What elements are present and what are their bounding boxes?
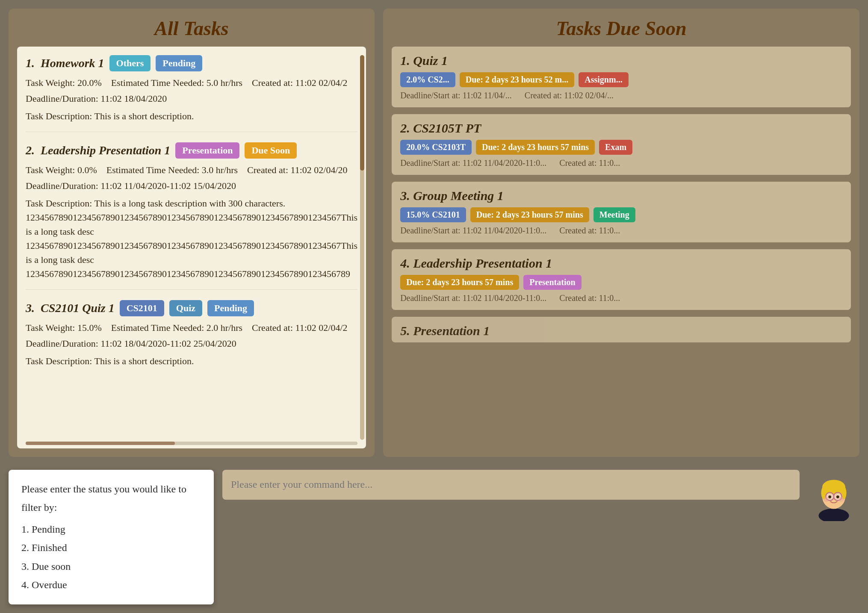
due-badge-course-3: 15.0% CS2101 (400, 207, 466, 222)
task-item-2: 2. Leadership Presentation 1 Presentatio… (26, 142, 357, 290)
all-tasks-scroll-inner[interactable]: 1. Homework 1 Others Pending Task Weight… (17, 47, 366, 448)
task-meta-2b: Deadline/Duration: 11:02 11/04/2020-11:0… (26, 179, 357, 193)
due-task-meta-3: Deadline/Start at: 11:02 11/04/2020-11:0… (400, 226, 842, 236)
due-soon-title: Tasks Due Soon (392, 17, 851, 40)
task-header-1: 1. Homework 1 Others Pending (26, 55, 357, 71)
badge-cs2101-3: CS2101 (120, 300, 164, 316)
due-task-created-3: Created at: 11:0... (559, 226, 620, 236)
due-task-badges-1: 2.0% CS2... Due: 2 days 23 hours 52 m...… (400, 72, 842, 87)
task-desc-1: Task Description: This is a short descri… (26, 109, 357, 123)
due-task-item-1: 1. Quiz 1 2.0% CS2... Due: 2 days 23 hou… (392, 47, 851, 107)
task-header-2: 2. Leadership Presentation 1 Presentatio… (26, 142, 357, 159)
task-title-3: 3. CS2101 Quiz 1 (26, 301, 115, 315)
filter-option-1[interactable]: 1. Pending (21, 520, 201, 539)
due-task-deadline-1: Deadline/Start at: 11:02 11/04/... (400, 91, 512, 100)
task-meta-3a: Task Weight: 15.0% Estimated Time Needed… (26, 321, 357, 335)
due-badge-time-4: Due: 2 days 23 hours 57 mins (400, 275, 519, 290)
due-task-badges-2: 20.0% CS2103T Due: 2 days 23 hours 57 mi… (400, 140, 842, 155)
badge-pending-3: Pending (207, 300, 254, 316)
badge-due-soon-2: Due Soon (245, 142, 297, 159)
due-task-badges-4: Due: 2 days 23 hours 57 mins Presentatio… (400, 275, 842, 290)
all-tasks-title: All Tasks (17, 17, 366, 40)
all-tasks-panel: All Tasks 1. Homework 1 Others Pending T… (9, 9, 375, 457)
due-task-title-1: 1. Quiz 1 (400, 53, 842, 68)
svg-point-14 (839, 497, 844, 502)
filter-option-2[interactable]: 2. Finished (21, 539, 201, 557)
command-input[interactable] (231, 479, 791, 490)
due-task-meta-4: Deadline/Start at: 11:02 11/04/2020-11:0… (400, 293, 842, 303)
svg-point-13 (824, 497, 829, 502)
due-task-created-1: Created at: 11:02 02/04/... (525, 91, 614, 100)
task-meta-2a: Task Weight: 0.0% Estimated Time Needed:… (26, 163, 357, 177)
task-header-3: 3. CS2101 Quiz 1 CS2101 Quiz Pending (26, 300, 357, 316)
svg-point-11 (828, 495, 831, 498)
task-desc-3: Task Description: This is a short descri… (26, 354, 357, 368)
task-title-1: 1. Homework 1 (26, 56, 104, 70)
avatar-container (808, 470, 859, 521)
due-task-title-4: 4. Leadership Presentation 1 (400, 256, 842, 271)
svg-point-0 (818, 508, 849, 521)
due-badge-time-3: Due: 2 days 23 hours 57 mins (470, 207, 589, 222)
due-soon-scroll[interactable]: 1. Quiz 1 2.0% CS2... Due: 2 days 23 hou… (392, 47, 851, 448)
task-desc-2: Task Description: This is a long task de… (26, 196, 357, 281)
due-badge-type-4: Presentation (523, 275, 581, 290)
filter-popup: Please enter the status you would like t… (9, 470, 214, 604)
task-meta-1a: Task Weight: 20.0% Estimated Time Needed… (26, 76, 357, 90)
main-container: All Tasks 1. Homework 1 Others Pending T… (0, 0, 868, 613)
due-badge-type-3: Meeting (593, 207, 635, 222)
command-area[interactable] (222, 470, 800, 500)
filter-option-4[interactable]: 4. Overdue (21, 576, 201, 594)
due-task-created-4: Created at: 11:0... (559, 293, 620, 303)
task-meta-1b: Deadline/Duration: 11:02 18/04/2020 (26, 91, 357, 106)
task-item-1: 1. Homework 1 Others Pending Task Weight… (26, 55, 357, 132)
filter-option-3[interactable]: 3. Due soon (21, 557, 201, 576)
due-task-meta-1: Deadline/Start at: 11:02 11/04/... Creat… (400, 91, 842, 100)
due-task-deadline-4: Deadline/Start at: 11:02 11/04/2020-11:0… (400, 293, 546, 303)
due-badge-time-1: Due: 2 days 23 hours 52 m... (460, 72, 575, 87)
due-badge-course-1: 2.0% CS2... (400, 72, 455, 87)
all-tasks-scroll-area[interactable]: 1. Homework 1 Others Pending Task Weight… (17, 47, 366, 448)
task-title-2: 2. Leadership Presentation 1 (26, 144, 170, 157)
due-task-badges-3: 15.0% CS2101 Due: 2 days 23 hours 57 min… (400, 207, 842, 222)
due-task-deadline-3: Deadline/Start at: 11:02 11/04/2020-11:0… (400, 226, 546, 236)
due-task-item-3: 3. Group Meeting 1 15.0% CS2101 Due: 2 d… (392, 182, 851, 242)
due-task-item-4: 4. Leadership Presentation 1 Due: 2 days… (392, 249, 851, 310)
due-task-item-2: 2. CS2105T PT 20.0% CS2103T Due: 2 days … (392, 114, 851, 175)
due-task-deadline-2: Deadline/Start at: 11:02 11/04/2020-11:0… (400, 158, 546, 168)
task-item-3: 3. CS2101 Quiz 1 CS2101 Quiz Pending Tas… (26, 300, 357, 377)
badge-quiz-3: Quiz (169, 300, 202, 316)
due-badge-type-1: Assignm... (579, 72, 628, 87)
due-soon-panel: Tasks Due Soon 1. Quiz 1 2.0% CS2... Due… (383, 9, 859, 457)
vertical-scrollbar[interactable] (360, 55, 364, 440)
top-section: All Tasks 1. Homework 1 Others Pending T… (0, 0, 868, 466)
filter-popup-prompt: Please enter the status you would like t… (21, 480, 201, 517)
svg-point-12 (836, 495, 839, 498)
due-badge-time-2: Due: 2 days 23 hours 57 mins (476, 140, 595, 155)
due-task-title-3: 3. Group Meeting 1 (400, 189, 842, 203)
due-badge-course-2: 20.0% CS2103T (400, 140, 472, 155)
due-badge-type-2: Exam (599, 140, 632, 155)
horizontal-scrollbar-thumb (26, 442, 175, 445)
badge-presentation-2: Presentation (175, 142, 239, 159)
due-task-created-2: Created at: 11:0... (559, 158, 620, 168)
horizontal-scrollbar[interactable] (26, 442, 357, 445)
badge-others-1: Others (109, 55, 151, 71)
vertical-scrollbar-thumb (360, 55, 364, 171)
badge-pending-1: Pending (156, 55, 202, 71)
due-task-title-5: 5. Presentation 1 (400, 324, 842, 338)
task-meta-3b: Deadline/Duration: 11:02 18/04/2020-11:0… (26, 336, 357, 351)
due-task-meta-2: Deadline/Start at: 11:02 11/04/2020-11:0… (400, 158, 842, 168)
avatar (810, 474, 857, 521)
bottom-section: Please enter the status you would like t… (0, 466, 868, 613)
due-task-title-2: 2. CS2105T PT (400, 121, 842, 136)
due-task-item-5-partial: 5. Presentation 1 (392, 317, 851, 342)
